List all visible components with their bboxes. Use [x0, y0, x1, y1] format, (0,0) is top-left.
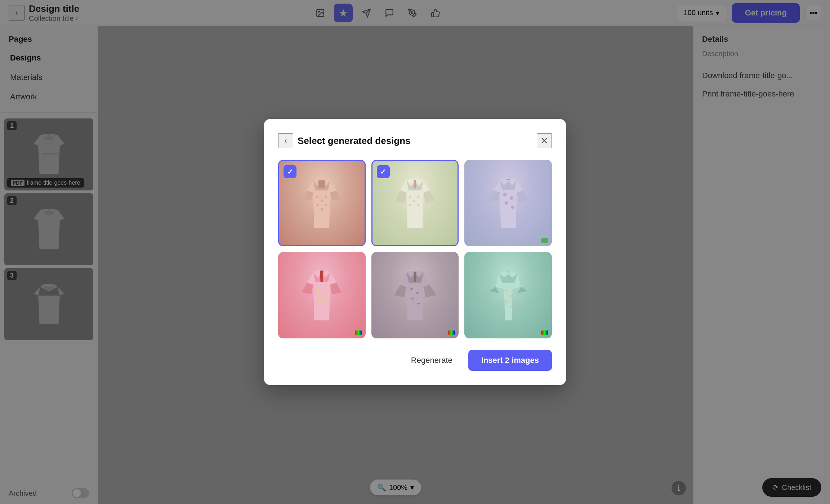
shirt-image-4: [278, 252, 366, 338]
svg-point-13: [316, 204, 319, 206]
shirt-image-5: [371, 252, 459, 338]
modal-overlay[interactable]: ‹ Select generated designs ✕ ✓: [0, 0, 830, 504]
shirt-svg-3: [483, 171, 534, 235]
svg-point-23: [504, 201, 508, 204]
shirt-svg-5: [390, 263, 440, 328]
svg-point-20: [417, 204, 420, 206]
svg-point-11: [321, 200, 323, 202]
design-card-3[interactable]: [464, 160, 552, 246]
design-check-1: ✓: [284, 165, 296, 178]
design-badge-5: [448, 330, 455, 335]
design-card-2[interactable]: ✓: [371, 160, 459, 246]
shirt-svg-4: [296, 263, 347, 328]
shirt-image-3: [464, 160, 552, 246]
design-card-6[interactable]: [464, 252, 552, 338]
svg-point-17: [413, 200, 415, 202]
svg-point-27: [318, 296, 322, 301]
regenerate-button[interactable]: Regenerate: [402, 351, 461, 370]
select-designs-modal: ‹ Select generated designs ✕ ✓: [264, 119, 566, 385]
insert-images-button[interactable]: Insert 2 images: [468, 350, 552, 371]
svg-point-22: [510, 196, 513, 199]
svg-point-25: [316, 287, 321, 292]
design-badge-6: [541, 330, 548, 335]
svg-point-24: [511, 206, 514, 209]
modal-header: ‹ Select generated designs ✕: [278, 133, 552, 148]
svg-point-26: [323, 291, 327, 296]
design-card-4[interactable]: [278, 252, 366, 338]
designs-grid: ✓: [278, 160, 552, 338]
shirt-svg-2: [390, 171, 440, 235]
design-check-2: ✓: [377, 165, 390, 178]
modal-title: Select generated designs: [298, 135, 537, 147]
svg-point-12: [325, 195, 327, 198]
design-badge-3: [541, 238, 548, 243]
shirt-svg-1: [296, 171, 347, 235]
svg-point-21: [503, 193, 507, 196]
modal-close-button[interactable]: ✕: [537, 133, 552, 148]
design-card-1[interactable]: ✓: [278, 160, 366, 246]
svg-point-19: [409, 204, 411, 206]
svg-point-14: [321, 208, 323, 211]
modal-footer: Regenerate Insert 2 images: [278, 350, 552, 371]
svg-point-28: [324, 300, 328, 305]
shirt-svg-6: [483, 263, 534, 328]
svg-point-16: [409, 195, 411, 198]
svg-point-18: [417, 195, 420, 198]
svg-rect-9: [318, 180, 325, 188]
shirt-image-6: [464, 252, 552, 338]
modal-back-button[interactable]: ‹: [278, 133, 293, 148]
svg-point-15: [325, 204, 327, 206]
design-badge-4: [355, 330, 362, 335]
design-card-5[interactable]: [371, 252, 459, 338]
svg-point-10: [316, 195, 319, 198]
